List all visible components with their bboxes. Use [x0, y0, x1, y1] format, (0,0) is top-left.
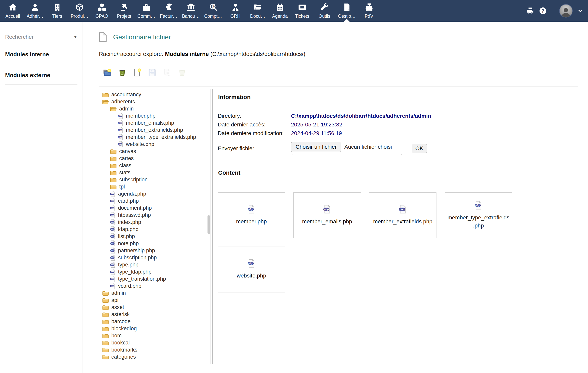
nav-item-adherents[interactable]: Adhér… — [24, 0, 46, 22]
content-file-card-website.php[interactable]: website.php — [218, 247, 285, 292]
php-file-icon — [475, 201, 482, 210]
nav-item-tickets[interactable]: Tickets — [291, 0, 313, 22]
tree-folder-categories[interactable]: categories — [99, 353, 210, 360]
sidebar-item-modules-externe[interactable]: Modules externe — [5, 64, 77, 85]
nav-item-projets[interactable]: Projets — [113, 0, 135, 22]
folder-icon — [102, 290, 109, 296]
tree-file-note.php[interactable]: note.php — [99, 240, 210, 247]
tree-file-agenda.php[interactable]: agenda.php — [99, 190, 210, 197]
tree-item-label: admin — [119, 106, 134, 112]
tree-file-type.php[interactable]: type.php — [99, 261, 210, 268]
help-icon[interactable] — [539, 7, 547, 15]
php-file-icon — [110, 262, 116, 268]
title-row: Gestionnaire fichier — [99, 32, 578, 42]
tree-folder-accountancy[interactable]: accountancy — [99, 91, 210, 98]
file-input[interactable]: Choisir un fichier Aucun fichier choisi — [291, 142, 402, 155]
tree-item-label: admin — [111, 290, 126, 296]
tree-file-member.php[interactable]: member.php — [99, 112, 210, 119]
tree-file-htpasswd.php[interactable]: htpasswd.php — [99, 211, 210, 219]
nav-item-label: Tiers — [52, 14, 62, 19]
nav-item-documents[interactable]: Docu… — [247, 0, 269, 22]
tree-file-type_translation.php[interactable]: type_translation.php — [99, 275, 210, 282]
tree-folder-adherents[interactable]: adherents — [99, 98, 210, 105]
tree-file-vcard.php[interactable]: vcard.php — [99, 282, 210, 290]
php-file-icon — [323, 205, 331, 214]
tree-folder-asterisk[interactable]: asterisk — [99, 311, 210, 318]
tree-folder-tpl[interactable]: tpl — [99, 183, 210, 190]
tree-folder-subscription[interactable]: subscription — [99, 176, 210, 183]
tree-scrollbar[interactable] — [207, 89, 210, 364]
tree-folder-blockedlog[interactable]: blockedlog — [99, 325, 210, 332]
nav-item-facturation[interactable]: Factur… — [158, 0, 180, 22]
nav-item-produits[interactable]: Produi… — [68, 0, 91, 22]
tree-file-subscription.php[interactable]: subscription.php — [99, 254, 210, 261]
tree-item-label: htpasswd.php — [118, 212, 151, 218]
nav-item-label: Factur… — [160, 14, 177, 19]
sidebar-item-modules-interne[interactable]: Modules interne — [5, 43, 77, 64]
nav-item-label: PdV — [365, 14, 373, 19]
tree-folder-bookcal[interactable]: bookcal — [99, 339, 210, 346]
content-file-card-member_emails.php[interactable]: member_emails.php — [294, 192, 361, 238]
toolbar-new-file-button[interactable] — [133, 68, 142, 77]
tree-file-ldap.php[interactable]: ldap.php — [99, 226, 210, 233]
nav-item-gestionnaire-fichier[interactable]: Gestio… — [336, 0, 358, 22]
tree-folder-stats[interactable]: stats — [99, 169, 210, 176]
tree-file-list.php[interactable]: list.php — [99, 233, 210, 240]
tree-scrollbar-thumb[interactable] — [208, 215, 210, 234]
content-file-card-member.php[interactable]: member.php — [218, 192, 285, 238]
ok-button[interactable]: OK — [412, 144, 427, 153]
nav-item-grh[interactable]: GRH — [224, 0, 247, 22]
new-file-icon — [133, 68, 142, 77]
tree-item-label: website.php — [126, 141, 154, 147]
divider — [218, 180, 573, 180]
print-icon[interactable] — [526, 7, 535, 15]
file-name: member_type_extrafields.php — [445, 214, 512, 230]
tree-file-member_emails.php[interactable]: member_emails.php — [99, 119, 210, 126]
toolbar-new-folder-button[interactable] — [103, 68, 112, 77]
tree-item-label: list.php — [118, 233, 135, 239]
tree-file-partnership.php[interactable]: partnership.php — [99, 247, 210, 254]
nav-item-tiers[interactable]: Tiers — [46, 0, 68, 22]
toolbar-delete-folder-button[interactable] — [118, 68, 127, 77]
toolbar-save-button — [147, 68, 157, 77]
tree-file-index.php[interactable]: index.php — [99, 219, 210, 226]
breadcrumb-root: Modules interne — [165, 51, 209, 57]
chevron-down-icon[interactable] — [577, 8, 583, 14]
avatar[interactable] — [559, 4, 573, 18]
content-file-card-member_extrafields.php[interactable]: member_extrafields.php — [369, 192, 436, 238]
nav-item-outils[interactable]: Outils — [313, 0, 336, 22]
tree-folder-api[interactable]: api — [99, 297, 210, 304]
tree-folder-admin[interactable]: admin — [99, 290, 210, 297]
nav-item-pdv[interactable]: PdV — [358, 0, 380, 22]
tree-file-document.php[interactable]: document.php — [99, 204, 210, 211]
nav-item-commerce[interactable]: Comm… — [135, 0, 158, 22]
tree-folder-class[interactable]: class — [99, 162, 210, 169]
tree-file-member_type_extrafields.php[interactable]: member_type_extrafields.php — [99, 134, 210, 141]
tree-folder-canvas[interactable]: canvas — [99, 148, 210, 155]
choose-file-button[interactable]: Choisir un fichier — [291, 142, 341, 152]
tree-folder-admin[interactable]: admin — [99, 105, 210, 112]
tree-folder-bookmarks[interactable]: bookmarks — [99, 346, 210, 353]
tree-folder-asset[interactable]: asset — [99, 304, 210, 311]
tree-file-card.php[interactable]: card.php — [99, 197, 210, 204]
content-heading: Content — [218, 169, 573, 176]
tree-file-type_ldap.php[interactable]: type_ldap.php — [99, 268, 210, 275]
breadcrumb: Racine/raccourci exploré: Modules intern… — [99, 51, 578, 57]
nav-item-comptabilite[interactable]: Compt… — [202, 0, 224, 22]
tree-folder-bom[interactable]: bom — [99, 332, 210, 339]
directory-tree: accountancyadherentsadminmember.phpmembe… — [99, 91, 210, 360]
tree-file-website.php[interactable]: website.php — [99, 141, 210, 148]
tree-folder-barcode[interactable]: barcode — [99, 318, 210, 325]
nav-item-accueil[interactable]: Accueil — [1, 0, 24, 22]
nav-item-banques[interactable]: Banqu… — [180, 0, 202, 22]
upload-row: Envoyer fichier: Choisir un fichier Aucu… — [218, 142, 573, 155]
nav-item-agenda[interactable]: Agenda — [269, 0, 291, 22]
tree-folder-cartes[interactable]: cartes — [99, 155, 210, 162]
folder-icon — [102, 326, 109, 331]
content-file-card-member_type_extrafields.php[interactable]: member_type_extrafields.php — [445, 192, 512, 238]
tree-file-member_extrafields.php[interactable]: member_extrafields.php — [99, 126, 210, 134]
nav-item-gpao[interactable]: GPAO — [91, 0, 113, 22]
directory-tree-panel: accountancyadherentsadminmember.phpmembe… — [99, 89, 210, 364]
search-input[interactable]: Rechercher ▼ — [5, 34, 77, 43]
php-file-icon — [110, 248, 116, 254]
